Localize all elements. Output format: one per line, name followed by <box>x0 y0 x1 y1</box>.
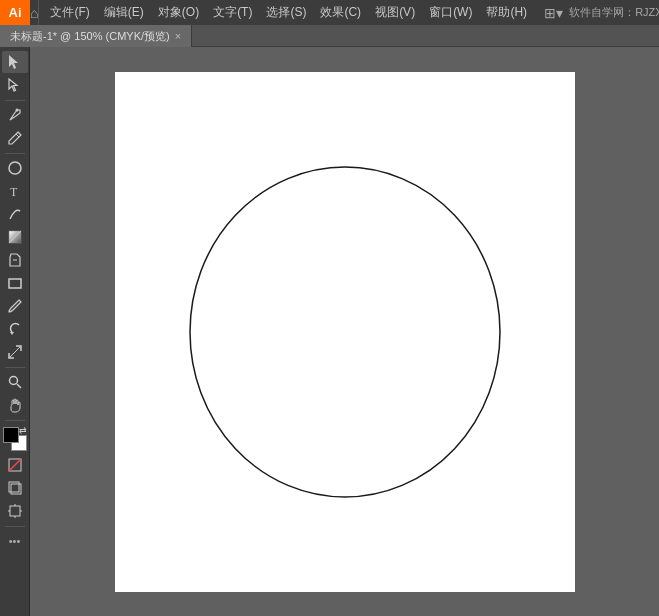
ellipse-tool[interactable] <box>2 157 28 179</box>
svg-line-10 <box>9 346 21 358</box>
live-paint-tool[interactable] <box>2 249 28 271</box>
canvas-area <box>30 47 659 616</box>
rotate-tool[interactable] <box>2 318 28 340</box>
svg-point-2 <box>15 109 18 112</box>
site-label: 软件自学网：RJZXW.COM <box>569 5 659 20</box>
direct-selection-tool[interactable] <box>2 74 28 96</box>
tab-close-button[interactable]: × <box>175 30 181 42</box>
home-icon[interactable]: ⌂ <box>30 0 39 25</box>
hand-tool[interactable] <box>2 394 28 416</box>
menu-text[interactable]: 文字(T) <box>206 0 259 25</box>
menubar: Ai ⌂ 文件(F) 编辑(E) 对象(O) 文字(T) 选择(S) 效果(C)… <box>0 0 659 25</box>
canvas-document <box>115 72 575 592</box>
pen-tool[interactable] <box>2 104 28 126</box>
svg-marker-1 <box>9 79 17 91</box>
menu-view[interactable]: 视图(V) <box>368 0 422 25</box>
svg-marker-9 <box>10 332 14 335</box>
circle-shape[interactable] <box>175 147 515 517</box>
tab-title: 未标题-1* @ 150% (CMYK/预览) <box>10 29 170 44</box>
selection-tool[interactable] <box>2 51 28 73</box>
svg-rect-8 <box>9 279 21 288</box>
menu-items: 文件(F) 编辑(E) 对象(O) 文字(T) 选择(S) 效果(C) 视图(V… <box>39 0 538 25</box>
svg-point-11 <box>9 377 17 385</box>
scale-tool[interactable] <box>2 341 28 363</box>
type-tool[interactable]: T <box>2 180 28 202</box>
menu-edit[interactable]: 编辑(E) <box>97 0 151 25</box>
layers-icon[interactable] <box>2 477 28 499</box>
svg-point-4 <box>9 162 21 174</box>
pencil-tool[interactable] <box>2 127 28 149</box>
app-logo: Ai <box>0 0 30 25</box>
none-fill-icon[interactable] <box>2 454 28 476</box>
tool-separator-5 <box>5 526 25 527</box>
tool-separator-3 <box>5 367 25 368</box>
document-tab[interactable]: 未标题-1* @ 150% (CMYK/预览) × <box>0 25 192 47</box>
menu-object[interactable]: 对象(O) <box>151 0 206 25</box>
svg-line-3 <box>16 134 19 137</box>
brush-tool[interactable] <box>2 295 28 317</box>
tabbar: 未标题-1* @ 150% (CMYK/预览) × <box>0 25 659 47</box>
stroke-color-black <box>3 427 19 443</box>
tool-separator-2 <box>5 153 25 154</box>
menu-select[interactable]: 选择(S) <box>259 0 313 25</box>
tool-separator-1 <box>5 100 25 101</box>
rectangle-tool[interactable] <box>2 272 28 294</box>
color-indicator[interactable]: ⇄ <box>3 427 27 451</box>
svg-point-22 <box>190 167 500 497</box>
arc-tool[interactable] <box>2 203 28 225</box>
svg-line-12 <box>17 384 21 388</box>
svg-line-14 <box>9 459 21 471</box>
svg-marker-0 <box>9 55 18 69</box>
svg-text:T: T <box>10 185 18 199</box>
zoom-tool[interactable] <box>2 371 28 393</box>
menu-file[interactable]: 文件(F) <box>43 0 96 25</box>
more-tools-button[interactable]: ••• <box>2 530 28 552</box>
grid-icon[interactable]: ⊞▾ <box>538 5 569 21</box>
tool-separator-4 <box>5 420 25 421</box>
swap-colors-icon[interactable]: ⇄ <box>19 425 29 435</box>
gradient-tool[interactable] <box>2 226 28 248</box>
toolbar: T <box>0 47 30 616</box>
menu-window[interactable]: 窗口(W) <box>422 0 479 25</box>
artboard-tool[interactable] <box>2 500 28 522</box>
svg-rect-17 <box>10 506 20 516</box>
main-area: T <box>0 47 659 616</box>
menu-effect[interactable]: 效果(C) <box>313 0 368 25</box>
menu-help[interactable]: 帮助(H) <box>479 0 534 25</box>
